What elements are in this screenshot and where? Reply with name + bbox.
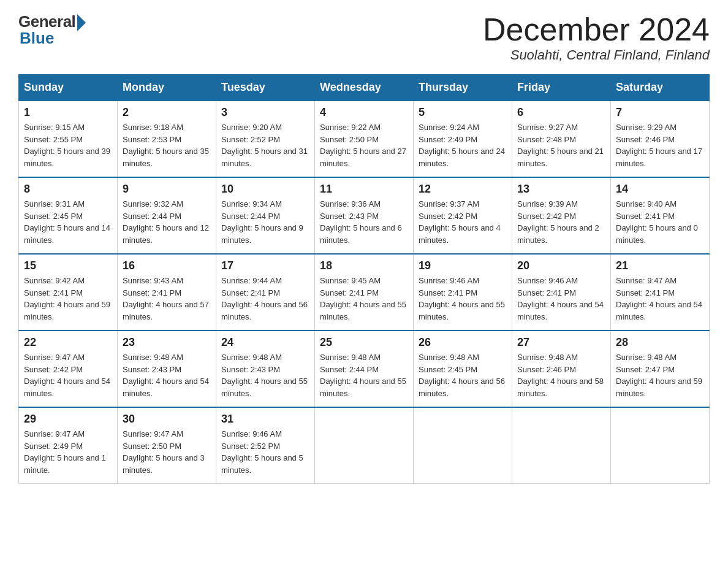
empty-cell xyxy=(315,407,414,484)
calendar-day-cell: 26Sunrise: 9:48 AMSunset: 2:45 PMDayligh… xyxy=(414,331,512,407)
calendar-day-cell: 6Sunrise: 9:27 AMSunset: 2:48 PMDaylight… xyxy=(512,101,611,177)
calendar-week-row: 1Sunrise: 9:15 AMSunset: 2:55 PMDaylight… xyxy=(19,101,710,177)
weekday-header-tuesday: Tuesday xyxy=(216,75,315,101)
calendar-day-cell: 20Sunrise: 9:46 AMSunset: 2:41 PMDayligh… xyxy=(512,254,611,331)
day-number: 6 xyxy=(517,106,605,119)
calendar-day-cell: 3Sunrise: 9:20 AMSunset: 2:52 PMDaylight… xyxy=(216,101,315,177)
day-number: 15 xyxy=(24,259,112,272)
day-info: Sunrise: 9:46 AMSunset: 2:41 PMDaylight:… xyxy=(419,275,507,323)
calendar-day-cell: 18Sunrise: 9:45 AMSunset: 2:41 PMDayligh… xyxy=(315,254,414,331)
calendar-day-cell: 19Sunrise: 9:46 AMSunset: 2:41 PMDayligh… xyxy=(414,254,512,331)
day-info: Sunrise: 9:24 AMSunset: 2:49 PMDaylight:… xyxy=(419,121,507,169)
day-info: Sunrise: 9:47 AMSunset: 2:49 PMDaylight:… xyxy=(24,428,112,476)
day-number: 20 xyxy=(517,259,605,272)
day-number: 4 xyxy=(320,106,408,119)
day-info: Sunrise: 9:20 AMSunset: 2:52 PMDaylight:… xyxy=(221,121,309,169)
day-info: Sunrise: 9:34 AMSunset: 2:44 PMDaylight:… xyxy=(221,198,309,246)
day-info: Sunrise: 9:29 AMSunset: 2:46 PMDaylight:… xyxy=(616,121,704,169)
day-info: Sunrise: 9:48 AMSunset: 2:46 PMDaylight:… xyxy=(517,351,605,399)
calendar-week-row: 29Sunrise: 9:47 AMSunset: 2:49 PMDayligh… xyxy=(19,407,710,484)
day-info: Sunrise: 9:47 AMSunset: 2:42 PMDaylight:… xyxy=(24,351,112,399)
day-number: 22 xyxy=(24,336,112,349)
calendar-day-cell: 22Sunrise: 9:47 AMSunset: 2:42 PMDayligh… xyxy=(19,331,118,407)
weekday-header-row: SundayMondayTuesdayWednesdayThursdayFrid… xyxy=(19,75,710,101)
calendar-day-cell: 23Sunrise: 9:48 AMSunset: 2:43 PMDayligh… xyxy=(118,331,216,407)
day-info: Sunrise: 9:36 AMSunset: 2:43 PMDaylight:… xyxy=(320,198,408,246)
calendar-day-cell: 11Sunrise: 9:36 AMSunset: 2:43 PMDayligh… xyxy=(315,177,414,254)
calendar-day-cell: 21Sunrise: 9:47 AMSunset: 2:41 PMDayligh… xyxy=(611,254,710,331)
day-number: 26 xyxy=(419,336,507,349)
day-info: Sunrise: 9:48 AMSunset: 2:45 PMDaylight:… xyxy=(419,351,507,399)
empty-cell xyxy=(611,407,710,484)
day-number: 1 xyxy=(24,106,112,119)
day-number: 3 xyxy=(221,106,309,119)
day-info: Sunrise: 9:48 AMSunset: 2:47 PMDaylight:… xyxy=(616,351,704,399)
day-info: Sunrise: 9:39 AMSunset: 2:42 PMDaylight:… xyxy=(517,198,605,246)
empty-cell xyxy=(414,407,512,484)
day-number: 17 xyxy=(221,259,309,272)
location-subtitle: Suolahti, Central Finland, Finland xyxy=(483,47,710,63)
day-info: Sunrise: 9:48 AMSunset: 2:43 PMDaylight:… xyxy=(123,351,211,399)
calendar-day-cell: 12Sunrise: 9:37 AMSunset: 2:42 PMDayligh… xyxy=(414,177,512,254)
day-number: 19 xyxy=(419,259,507,272)
day-number: 21 xyxy=(616,259,704,272)
day-info: Sunrise: 9:46 AMSunset: 2:52 PMDaylight:… xyxy=(221,428,309,476)
day-number: 23 xyxy=(123,336,211,349)
calendar-day-cell: 28Sunrise: 9:48 AMSunset: 2:47 PMDayligh… xyxy=(611,331,710,407)
day-info: Sunrise: 9:31 AMSunset: 2:45 PMDaylight:… xyxy=(24,198,112,246)
calendar-day-cell: 17Sunrise: 9:44 AMSunset: 2:41 PMDayligh… xyxy=(216,254,315,331)
day-number: 27 xyxy=(517,336,605,349)
calendar-day-cell: 8Sunrise: 9:31 AMSunset: 2:45 PMDaylight… xyxy=(19,177,118,254)
day-info: Sunrise: 9:47 AMSunset: 2:41 PMDaylight:… xyxy=(616,275,704,323)
weekday-header-friday: Friday xyxy=(512,75,611,101)
calendar-day-cell: 27Sunrise: 9:48 AMSunset: 2:46 PMDayligh… xyxy=(512,331,611,407)
day-info: Sunrise: 9:22 AMSunset: 2:50 PMDaylight:… xyxy=(320,121,408,169)
day-number: 5 xyxy=(419,106,507,119)
page-header: General Blue December 2024 Suolahti, Cen… xyxy=(18,12,710,63)
title-block: December 2024 Suolahti, Central Finland,… xyxy=(483,12,710,63)
weekday-header-saturday: Saturday xyxy=(611,75,710,101)
day-number: 9 xyxy=(123,183,211,196)
day-info: Sunrise: 9:37 AMSunset: 2:42 PMDaylight:… xyxy=(419,198,507,246)
calendar-day-cell: 29Sunrise: 9:47 AMSunset: 2:49 PMDayligh… xyxy=(19,407,118,484)
day-number: 7 xyxy=(616,106,704,119)
day-number: 16 xyxy=(123,259,211,272)
logo: General Blue xyxy=(18,12,86,48)
weekday-header-thursday: Thursday xyxy=(414,75,512,101)
day-number: 14 xyxy=(616,183,704,196)
day-number: 10 xyxy=(221,183,309,196)
weekday-header-wednesday: Wednesday xyxy=(315,75,414,101)
month-title: December 2024 xyxy=(483,12,710,47)
day-number: 25 xyxy=(320,336,408,349)
day-number: 30 xyxy=(123,413,211,426)
calendar-day-cell: 24Sunrise: 9:48 AMSunset: 2:43 PMDayligh… xyxy=(216,331,315,407)
day-number: 28 xyxy=(616,336,704,349)
day-info: Sunrise: 9:15 AMSunset: 2:55 PMDaylight:… xyxy=(24,121,112,169)
day-number: 13 xyxy=(517,183,605,196)
logo-arrow-icon xyxy=(77,14,86,31)
calendar-day-cell: 10Sunrise: 9:34 AMSunset: 2:44 PMDayligh… xyxy=(216,177,315,254)
calendar-week-row: 8Sunrise: 9:31 AMSunset: 2:45 PMDaylight… xyxy=(19,177,710,254)
day-number: 12 xyxy=(419,183,507,196)
empty-cell xyxy=(512,407,611,484)
calendar-day-cell: 25Sunrise: 9:48 AMSunset: 2:44 PMDayligh… xyxy=(315,331,414,407)
day-info: Sunrise: 9:47 AMSunset: 2:50 PMDaylight:… xyxy=(123,428,211,476)
calendar-day-cell: 1Sunrise: 9:15 AMSunset: 2:55 PMDaylight… xyxy=(19,101,118,177)
day-info: Sunrise: 9:44 AMSunset: 2:41 PMDaylight:… xyxy=(221,275,309,323)
day-info: Sunrise: 9:18 AMSunset: 2:53 PMDaylight:… xyxy=(123,121,211,169)
day-info: Sunrise: 9:42 AMSunset: 2:41 PMDaylight:… xyxy=(24,275,112,323)
day-number: 11 xyxy=(320,183,408,196)
day-info: Sunrise: 9:43 AMSunset: 2:41 PMDaylight:… xyxy=(123,275,211,323)
calendar-day-cell: 14Sunrise: 9:40 AMSunset: 2:41 PMDayligh… xyxy=(611,177,710,254)
day-number: 29 xyxy=(24,413,112,426)
day-number: 8 xyxy=(24,183,112,196)
day-info: Sunrise: 9:32 AMSunset: 2:44 PMDaylight:… xyxy=(123,198,211,246)
calendar-day-cell: 16Sunrise: 9:43 AMSunset: 2:41 PMDayligh… xyxy=(118,254,216,331)
day-info: Sunrise: 9:48 AMSunset: 2:44 PMDaylight:… xyxy=(320,351,408,399)
day-info: Sunrise: 9:27 AMSunset: 2:48 PMDaylight:… xyxy=(517,121,605,169)
weekday-header-sunday: Sunday xyxy=(19,75,118,101)
day-number: 2 xyxy=(123,106,211,119)
calendar-week-row: 22Sunrise: 9:47 AMSunset: 2:42 PMDayligh… xyxy=(19,331,710,407)
day-info: Sunrise: 9:46 AMSunset: 2:41 PMDaylight:… xyxy=(517,275,605,323)
logo-blue-text: Blue xyxy=(18,29,54,48)
